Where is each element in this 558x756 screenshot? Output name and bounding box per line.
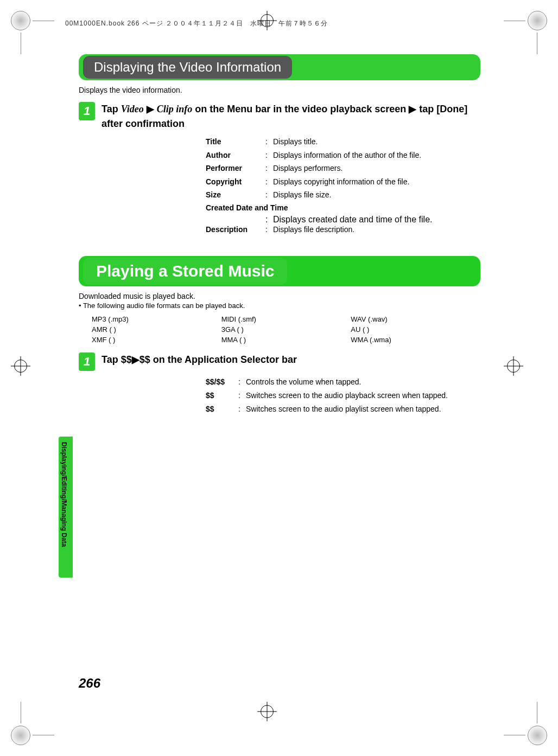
- crop-mark-mt: [257, 11, 301, 54]
- field-title: Title:Displays title.: [206, 137, 480, 148]
- step-text: Tap Video ▶ Clip info on the Menu bar in…: [102, 102, 480, 131]
- side-tab-label: Displaying/Editing/Managing Data: [60, 442, 68, 547]
- section2-info: $$/$$:Controls the volume when tapped. $…: [103, 376, 480, 479]
- format-cell: MMA ( ): [221, 336, 351, 344]
- field-list: Title:Displays title. Author:Displays in…: [206, 137, 480, 240]
- section2-bullet: • The following audio file formats can b…: [79, 302, 480, 310]
- screenshot-placeholder: [103, 137, 195, 240]
- controls-list: $$/$$:Controls the volume when tapped. $…: [206, 376, 480, 479]
- crop-mark-ml: [11, 356, 54, 400]
- step-text: Tap $$▶$$ on the Application Selector ba…: [102, 353, 480, 371]
- page-number: 266: [79, 676, 100, 691]
- page-content: Displaying the Video Information Display…: [79, 54, 480, 479]
- format-cell: AU ( ): [351, 325, 480, 334]
- section-header-music: Playing a Stored Music: [79, 256, 480, 286]
- crop-mark-mb: [257, 702, 301, 745]
- crop-mark-mr: [504, 356, 547, 400]
- section1-info: Title:Displays title. Author:Displays in…: [103, 137, 480, 240]
- step-number: 1: [79, 102, 95, 120]
- format-cell: WMA (.wma): [351, 336, 480, 344]
- format-grid: MP3 (.mp3) MIDI (.smf) WAV (.wav) AMR ( …: [92, 315, 480, 344]
- field-description: Description:Displays file description.: [206, 225, 480, 235]
- format-cell: AMR ( ): [92, 325, 221, 334]
- control-volume: $$/$$:Controls the volume when tapped.: [206, 376, 480, 388]
- section-title-music: Playing a Stored Music: [83, 258, 287, 285]
- section-header-video-info: Displaying the Video Information: [79, 54, 480, 80]
- field-created-label: Created Date and Time: [206, 203, 480, 212]
- section1-step1: 1 Tap Video ▶ Clip info on the Menu bar …: [79, 102, 480, 131]
- section2-intro: Downloaded music is played back.: [79, 292, 480, 300]
- format-cell: 3GA ( ): [221, 325, 351, 334]
- format-cell: MIDI (.smf): [221, 315, 351, 323]
- step-number: 1: [79, 353, 95, 371]
- section-title: Displaying the Video Information: [83, 56, 292, 79]
- crop-mark-tl: [11, 11, 54, 54]
- screenshot-placeholder: [103, 376, 195, 479]
- format-cell: XMF ( ): [92, 336, 221, 344]
- control-playlist: $$:Switches screen to the audio playlist…: [206, 403, 480, 415]
- section1-intro: Displays the video information.: [79, 86, 480, 94]
- format-cell: WAV (.wav): [351, 315, 480, 323]
- section2-step1: 1 Tap $$▶$$ on the Application Selector …: [79, 353, 480, 371]
- crop-mark-tr: [504, 11, 547, 54]
- field-created-desc: :Displays created date and time of the f…: [265, 215, 480, 225]
- print-header: 00M1000EN.book 266 ページ ２００４年１１月２４日 水曜日 午…: [65, 19, 328, 28]
- field-size: Size:Displays file size.: [206, 190, 480, 201]
- field-author: Author:Displays information of the autho…: [206, 150, 480, 161]
- format-cell: MP3 (.mp3): [92, 315, 221, 323]
- control-playback: $$:Switches screen to the audio playback…: [206, 390, 480, 401]
- crop-mark-bl: [11, 702, 54, 745]
- field-performer: Performer:Displays performers.: [206, 163, 480, 174]
- crop-mark-br: [504, 702, 547, 745]
- field-copyright: Copyright:Displays copyright information…: [206, 177, 480, 188]
